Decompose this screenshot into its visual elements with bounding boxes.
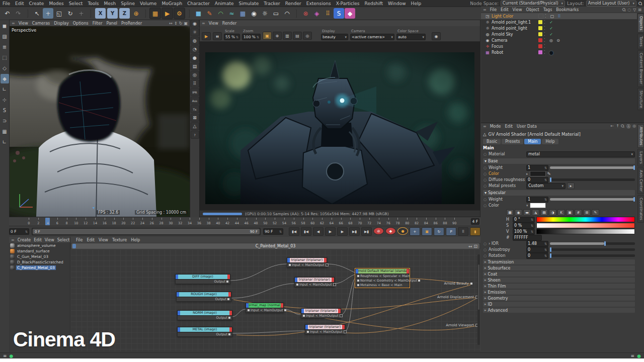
add-spline-button[interactable]: ✎ <box>204 8 215 19</box>
node-menu-item[interactable]: Edit <box>85 238 97 242</box>
goto-start-button[interactable]: ▮◀ <box>289 227 299 236</box>
material-thumbnail[interactable] <box>10 243 15 248</box>
output-port[interactable] <box>326 263 329 266</box>
key-pla-button[interactable]: ⠿ <box>458 227 468 236</box>
panel-tab[interactable]: Structure <box>637 88 644 111</box>
object-tag-icon[interactable]: ▢ <box>549 14 555 19</box>
collapse-icon[interactable]: ▾ <box>526 204 528 208</box>
next-frame-button[interactable]: ▶ <box>337 227 348 236</box>
material-menu-item[interactable]: Select <box>56 238 71 242</box>
hex-field[interactable]: FFFFFF <box>513 235 542 241</box>
viewport-menu-item[interactable]: Filter <box>91 21 105 26</box>
collapsed-group-header[interactable]: ▸Subsurface <box>483 265 635 270</box>
hamburger-icon[interactable]: ≡ <box>631 353 635 358</box>
texture-lock-icon[interactable]: ▦ <box>1 127 9 136</box>
render-picture-button[interactable]: ▶ <box>162 8 173 19</box>
material-item[interactable]: C_Gun_Metal_03 <box>9 254 70 259</box>
node-header[interactable]: triplanar (triplanar) <box>301 308 341 314</box>
render-menu-item[interactable]: View <box>207 21 220 26</box>
ipr-pause-button[interactable]: ▮▮ <box>213 32 222 40</box>
points-mode-icon[interactable]: ⬚ <box>1 53 9 62</box>
saturation-gradient-bar[interactable] <box>536 223 635 228</box>
panel-tab[interactable]: Coordinates <box>637 195 644 223</box>
polygons-mode-icon[interactable]: ◆ <box>1 74 9 83</box>
render-region-icon[interactable]: ⠿ <box>191 79 199 87</box>
collapsed-group-header[interactable]: ▸Thin Film <box>483 284 635 289</box>
material-item[interactable]: standard_surface <box>9 248 70 254</box>
input-port[interactable] <box>307 331 309 333</box>
material-name[interactable]: C_Painted_Metal_03 <box>16 265 56 270</box>
arnold-sky-icon[interactable]: ◍ <box>191 37 199 45</box>
kelvin-mode-icon[interactable]: K <box>557 209 565 216</box>
material-item[interactable]: C_Painted_Metal_03 <box>9 265 70 270</box>
collapsed-group-header[interactable]: ▸Sheen <box>483 278 635 283</box>
menu-item[interactable]: Animate <box>212 1 236 6</box>
timeline-ruler[interactable]: 0246810121416182022242628303234363840424… <box>9 217 480 226</box>
rotation-slider[interactable] <box>550 254 635 257</box>
menu-item[interactable]: Volume <box>137 1 159 6</box>
add-array-button[interactable]: ▦ <box>237 8 248 19</box>
collapsed-group-header[interactable]: ▸Geometry <box>483 296 635 301</box>
current-frame-field[interactable]: 4 F <box>471 218 479 225</box>
pan-view-icon[interactable]: ↔ <box>169 21 173 26</box>
object-menu-item[interactable]: Object <box>524 8 541 12</box>
output-port[interactable] <box>284 309 286 311</box>
arnold-light-icon[interactable]: ☼ <box>191 28 199 36</box>
visibility-dots[interactable]: ⁚ <box>544 50 547 55</box>
output-port[interactable] <box>227 298 229 300</box>
colorspace-select[interactable]: auto▾ <box>396 34 426 40</box>
metal-presets-select[interactable]: Custom▾ <box>526 183 566 189</box>
menu-item[interactable]: Simulate <box>236 1 261 6</box>
zoom-field[interactable]: 100 %⇅ <box>242 34 261 40</box>
object-menu-item[interactable]: Edit <box>499 8 511 12</box>
specular-color-swatch[interactable] <box>530 203 546 208</box>
weight-field[interactable]: 1⇅ <box>526 165 548 171</box>
collapsed-group-header[interactable]: ▸ID <box>483 302 635 307</box>
output-port[interactable] <box>228 333 230 335</box>
node-space-select[interactable]: Current (Standard/Physical)▾ <box>501 1 565 7</box>
collapsed-group-header[interactable]: ▸Emission <box>483 290 635 295</box>
hamburger-icon[interactable]: ≡ <box>3 353 7 358</box>
object-tag-icon[interactable]: ✓ <box>548 32 554 37</box>
material-thumbnail[interactable] <box>10 265 15 270</box>
sep[interactable] <box>293 9 297 18</box>
object-name[interactable]: Arnold point_light.1 <box>492 20 536 25</box>
node-norm-image[interactable]: NORM (image) Output <box>177 310 232 320</box>
filter-icon[interactable]: ▽ <box>633 8 636 12</box>
material-name[interactable]: D_BlackPlasticScratched <box>16 260 64 264</box>
hamburger-icon[interactable]: ≡ <box>482 8 488 12</box>
color-wheel-icon[interactable]: ◉ <box>515 209 522 216</box>
range-start-field[interactable]: 0 F⇅ <box>9 228 29 235</box>
weight-slider[interactable] <box>550 166 635 169</box>
attribute-menu-item[interactable]: Edit <box>503 124 515 129</box>
picture-icon[interactable]: ◮ <box>532 209 539 216</box>
lock-icon[interactable]: ◎ <box>632 124 636 129</box>
object-name[interactable]: Camera <box>492 38 536 43</box>
anim-dot-icon[interactable]: ○ <box>483 152 487 156</box>
node-header[interactable]: triplanar (triplanar) <box>294 277 335 283</box>
output-port[interactable] <box>340 314 343 317</box>
material-menu-item[interactable]: Create <box>16 238 33 242</box>
anisotropy-field[interactable]: 0⇅ <box>526 247 548 253</box>
apply-preset-button[interactable]: ▸ <box>567 183 575 189</box>
input-port[interactable] <box>357 284 359 286</box>
rgb-mode-icon[interactable]: ▤ <box>540 209 548 216</box>
goto-end-button[interactable]: ▶▮ <box>361 227 372 236</box>
menu-item[interactable]: X-Particles <box>334 1 362 6</box>
snapshot-icon[interactable]: ▥ <box>283 32 292 40</box>
undo-icon[interactable]: ↶ <box>2 8 13 19</box>
menu-item[interactable]: Help <box>409 1 424 6</box>
material-thumbnail[interactable] <box>10 249 15 253</box>
ior-field[interactable]: 1.48⇅ <box>526 241 548 247</box>
edges-mode-icon[interactable]: ◇ <box>1 63 9 73</box>
input-port[interactable] <box>248 309 250 311</box>
object-tag-icon[interactable]: ✓ <box>548 26 554 31</box>
key-rotation-button[interactable]: ↻ <box>434 227 444 236</box>
specular-group-header[interactable]: ▾Specular <box>483 190 635 196</box>
menu-item[interactable]: Select <box>66 1 86 6</box>
layer-color-swatch[interactable] <box>538 38 542 42</box>
object-row[interactable]: ◍ Arnold Sky ⁚ ✓ <box>481 31 637 37</box>
specular-weight-slider[interactable] <box>550 198 635 201</box>
input-port[interactable] <box>357 275 359 277</box>
menu-item[interactable]: Edit <box>13 1 26 6</box>
